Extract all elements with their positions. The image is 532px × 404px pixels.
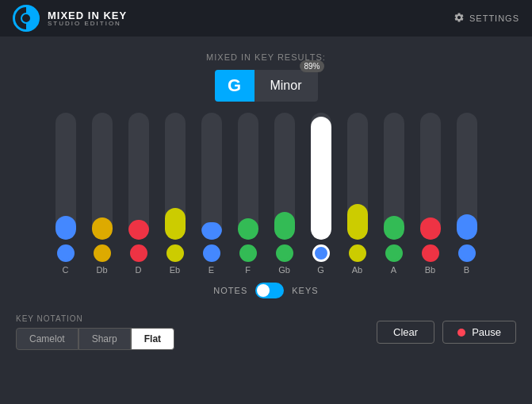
- bar-col-f: F: [232, 113, 265, 275]
- bar-track: [55, 113, 76, 240]
- bar-fill: [347, 204, 368, 240]
- bar-fill: [457, 214, 477, 240]
- logo-area: MIXED IN KEY STUDIO EDITION: [13, 5, 127, 32]
- bar-dot: [349, 244, 366, 262]
- bar-track: [201, 113, 222, 240]
- notation-buttons: CamelotSharpFlat: [16, 328, 174, 350]
- bar-col-c: C: [49, 113, 82, 275]
- logo-inner: [21, 13, 32, 24]
- bar-track: [420, 113, 441, 240]
- bar-label: Eb: [170, 265, 180, 275]
- notation-btn-sharp[interactable]: Sharp: [78, 328, 131, 350]
- bar-dot: [422, 244, 439, 262]
- toggle-row: NOTES KEYS: [213, 283, 318, 298]
- bar-track: [311, 113, 331, 240]
- action-buttons: Clear Pause: [377, 321, 516, 344]
- bar-col-ab: Ab: [341, 113, 374, 275]
- bar-col-eb: Eb: [159, 113, 192, 275]
- bar-col-db: Db: [86, 113, 119, 275]
- notation-btn-camelot[interactable]: Camelot: [16, 328, 78, 350]
- toggle-knob: [257, 284, 270, 297]
- bar-label: G: [317, 265, 324, 275]
- bar-col-gb: Gb: [268, 113, 301, 275]
- clear-button[interactable]: Clear: [377, 321, 434, 344]
- bar-fill: [238, 218, 258, 240]
- bar-col-d: D: [122, 113, 155, 275]
- logo-text: MIXED IN KEY STUDIO EDITION: [48, 10, 127, 27]
- settings-button[interactable]: SETTINGS: [454, 12, 519, 25]
- bar-col-e: E: [195, 113, 228, 275]
- key-result: G Minor 89%: [215, 70, 318, 102]
- bar-label: A: [391, 265, 396, 275]
- bar-label: Db: [96, 265, 107, 275]
- logo-icon: [13, 5, 40, 32]
- bar-dot: [239, 244, 257, 262]
- keys-label: KEYS: [292, 286, 318, 295]
- bar-col-b: B: [450, 113, 484, 275]
- logo-edition: STUDIO EDITION: [48, 21, 127, 27]
- bar-dot: [94, 244, 111, 262]
- bar-label: E: [209, 265, 214, 275]
- key-notation-label: KEY NOTATION: [16, 314, 174, 323]
- bar-dot: [57, 244, 75, 262]
- bar-fill: [92, 217, 113, 240]
- bar-fill: [165, 208, 186, 240]
- bar-track: [457, 113, 477, 240]
- logo-main-text: MIXED IN KEY: [48, 10, 127, 21]
- bar-fill: [384, 216, 404, 240]
- bottom-bar: KEY NOTATION CamelotSharpFlat Clear Paus…: [0, 314, 532, 350]
- bar-track: [128, 113, 149, 240]
- bar-col-a: A: [377, 113, 411, 275]
- key-note: G: [215, 70, 255, 102]
- confidence-badge: 89%: [300, 60, 323, 72]
- pause-label: Pause: [472, 326, 501, 338]
- bar-label: D: [136, 265, 142, 275]
- bar-track: [238, 113, 258, 240]
- bar-dot: [203, 244, 220, 262]
- notes-label: NOTES: [213, 286, 247, 295]
- header: MIXED IN KEY STUDIO EDITION SETTINGS: [0, 0, 532, 37]
- key-notation-section: KEY NOTATION CamelotSharpFlat: [16, 314, 174, 350]
- bar-fill: [420, 217, 441, 240]
- gear-icon: [454, 12, 465, 25]
- bar-fill: [311, 117, 331, 240]
- bar-fill: [128, 220, 149, 240]
- bar-track: [274, 113, 295, 240]
- bar-fill: [201, 222, 222, 240]
- bar-dot: [312, 244, 330, 262]
- pause-dot-icon: [457, 329, 465, 337]
- bar-dot: [166, 244, 184, 262]
- bar-label: Ab: [352, 265, 362, 275]
- bar-dot: [130, 244, 147, 262]
- bar-track: [92, 113, 113, 240]
- main-content: MIXED IN KEY RESULTS: G Minor 89% CDbDEb…: [0, 37, 532, 350]
- bar-label: Bb: [425, 265, 435, 275]
- bar-dot: [385, 244, 403, 262]
- bar-fill: [274, 212, 295, 240]
- notes-keys-toggle[interactable]: [255, 283, 284, 298]
- bar-label: F: [245, 265, 251, 275]
- pause-button[interactable]: Pause: [442, 321, 516, 344]
- bar-label: B: [464, 265, 469, 275]
- bar-dot: [276, 244, 293, 262]
- settings-label: SETTINGS: [469, 13, 519, 23]
- bar-fill: [55, 216, 76, 240]
- chromagram: CDbDEbEFGbGAbABbB: [0, 116, 532, 275]
- bar-col-g: G: [304, 113, 338, 275]
- notation-btn-flat[interactable]: Flat: [131, 328, 174, 350]
- bar-track: [347, 113, 368, 240]
- bar-col-bb: Bb: [414, 113, 447, 275]
- bar-dot: [458, 244, 476, 262]
- bar-track: [165, 113, 186, 240]
- bar-label: Gb: [278, 265, 290, 275]
- bar-track: [384, 113, 404, 240]
- key-mode: Minor: [255, 70, 318, 102]
- bar-label: C: [63, 265, 69, 275]
